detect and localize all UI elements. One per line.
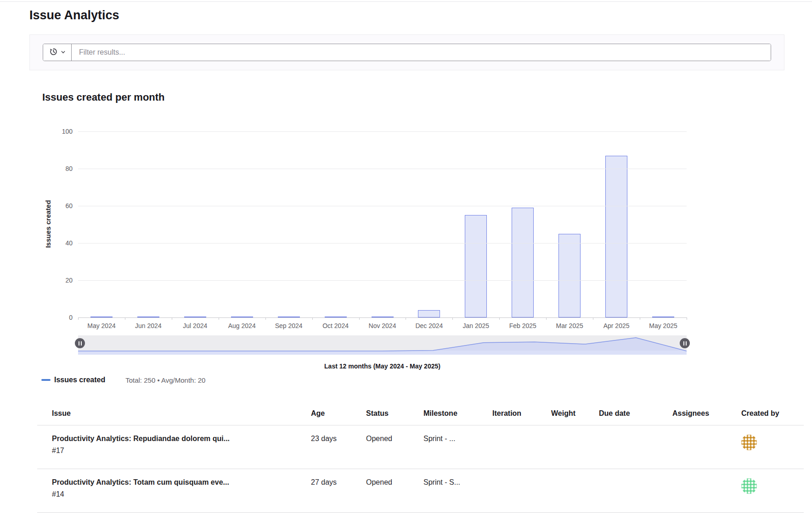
y-tick-label: 0 bbox=[51, 314, 73, 321]
x-axis-label: Aug 2024 bbox=[219, 322, 265, 329]
x-axis-label: Sep 2024 bbox=[265, 322, 312, 329]
cell-status: Opened bbox=[359, 469, 416, 513]
gridline-100 bbox=[78, 131, 687, 132]
column-header-age: Age bbox=[304, 401, 359, 425]
filter-results-input[interactable] bbox=[72, 44, 771, 61]
x-axis-label: Apr 2025 bbox=[593, 322, 640, 329]
cell-status: Opened bbox=[359, 425, 416, 469]
issue-title-link[interactable]: Productivity Analytics: Totam cum quisqu… bbox=[52, 478, 296, 487]
table-header-row: IssueAgeStatusMilestoneIterationWeightDu… bbox=[37, 401, 804, 425]
legend-dash-icon bbox=[41, 379, 51, 381]
y-tick-label: 40 bbox=[51, 239, 73, 247]
issue-id: #14 bbox=[52, 490, 296, 498]
gridline-20 bbox=[78, 280, 687, 281]
column-header-iteration: Iteration bbox=[485, 401, 544, 425]
top-divider bbox=[0, 0, 812, 2]
brush-handle-right[interactable] bbox=[680, 338, 690, 348]
column-header-assignees: Assignees bbox=[665, 401, 734, 425]
bar-Apr 2025[interactable] bbox=[605, 156, 627, 317]
cell-due_date bbox=[592, 425, 665, 469]
x-axis-label: Oct 2024 bbox=[312, 322, 359, 329]
column-header-status: Status bbox=[359, 401, 416, 425]
filter-panel bbox=[29, 34, 784, 70]
page-title: Issue Analytics bbox=[29, 8, 812, 23]
chevron-down-icon bbox=[61, 48, 66, 57]
table-row: Productivity Analytics: Totam cum quisqu… bbox=[37, 469, 804, 513]
x-axis-label: May 2025 bbox=[640, 322, 687, 329]
chart-legend: Issues created Total: 250 • Avg/Month: 2… bbox=[41, 376, 205, 384]
chart-title: Issues created per month bbox=[42, 91, 784, 103]
issues-table: IssueAgeStatusMilestoneIterationWeightDu… bbox=[37, 401, 804, 513]
cell-iteration bbox=[485, 469, 544, 513]
y-tick-label: 20 bbox=[51, 277, 73, 284]
x-axis-label: Mar 2025 bbox=[546, 322, 593, 329]
bar-Mar 2025[interactable] bbox=[558, 234, 581, 317]
issues-created-chart-section: Issues created per month May 2025Apr 202… bbox=[29, 91, 784, 401]
cell-assignees bbox=[665, 425, 734, 469]
x-axis-label: Jun 2024 bbox=[125, 322, 172, 329]
bar-Feb 2025[interactable] bbox=[512, 208, 534, 317]
created-by-avatar[interactable] bbox=[741, 435, 757, 450]
column-header-issue: Issue bbox=[37, 401, 304, 425]
brush-preview-area bbox=[78, 335, 687, 355]
cell-age: 27 days bbox=[304, 469, 359, 513]
created-by-avatar[interactable] bbox=[741, 478, 757, 494]
cell-age: 23 days bbox=[304, 425, 359, 469]
cell-weight bbox=[544, 469, 592, 513]
filter-history-button[interactable] bbox=[43, 44, 72, 61]
column-header-milestone: Milestone bbox=[416, 401, 485, 425]
column-header-due-date: Due date bbox=[592, 401, 665, 425]
x-axis-label: Nov 2024 bbox=[359, 322, 406, 329]
x-axis-label: Jan 2025 bbox=[452, 322, 499, 329]
issue-title-link[interactable]: Productivity Analytics: Repudiandae dolo… bbox=[52, 435, 296, 443]
cell-due_date bbox=[592, 469, 665, 513]
cell-milestone: Sprint - ... bbox=[416, 425, 485, 469]
gridline-60 bbox=[78, 206, 687, 206]
y-tick-label: 60 bbox=[51, 202, 73, 210]
x-axis-label: Dec 2024 bbox=[406, 322, 452, 329]
x-axis-tick bbox=[687, 317, 687, 320]
y-tick-label: 100 bbox=[51, 128, 73, 135]
legend-series-label: Issues created bbox=[54, 376, 105, 384]
cell-assignees bbox=[665, 469, 734, 513]
history-icon bbox=[49, 47, 58, 58]
gridline-80 bbox=[78, 169, 687, 169]
chart-zoom-slider[interactable] bbox=[78, 335, 687, 355]
column-header-created-by: Created by bbox=[734, 401, 804, 425]
cell-milestone: Sprint - S... bbox=[416, 469, 485, 513]
filter-control bbox=[43, 44, 771, 61]
y-tick-label: 80 bbox=[51, 165, 73, 172]
issues-per-month-bar-chart: May 2025Apr 2025Mar 2025Feb 2025Jan 2025… bbox=[29, 107, 784, 401]
issue-id: #17 bbox=[52, 447, 296, 455]
gridline-0 bbox=[78, 317, 687, 318]
table-row: Productivity Analytics: Repudiandae dolo… bbox=[37, 425, 804, 469]
x-axis-label: May 2024 bbox=[78, 322, 125, 329]
cell-weight bbox=[544, 425, 592, 469]
cell-iteration bbox=[485, 425, 544, 469]
x-axis-label: Jul 2024 bbox=[172, 322, 219, 329]
brush-handle-left[interactable] bbox=[75, 338, 85, 348]
legend-summary: Total: 250 • Avg/Month: 20 bbox=[125, 376, 205, 384]
x-axis-label: Feb 2025 bbox=[499, 322, 546, 329]
bar-Jan 2025[interactable] bbox=[465, 215, 487, 317]
brush-caption: Last 12 months (May 2024 - May 2025) bbox=[78, 362, 687, 370]
gridline-40 bbox=[78, 243, 687, 244]
bar-Dec 2024[interactable] bbox=[418, 310, 440, 317]
column-header-weight: Weight bbox=[544, 401, 592, 425]
